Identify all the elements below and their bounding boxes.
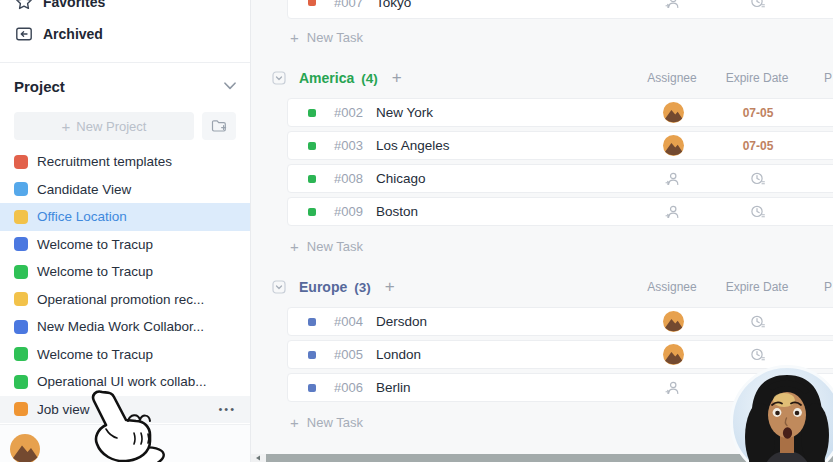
scroll-left-arrow-icon[interactable] — [255, 455, 261, 461]
collapse-slot[interactable] — [272, 280, 286, 294]
add-task-plus-icon[interactable] — [385, 277, 395, 297]
expire-date-cell[interactable] — [718, 165, 798, 192]
new-project-button[interactable]: New Project — [14, 112, 194, 140]
new-task-label: New Task — [307, 30, 363, 45]
assignee-cell[interactable] — [628, 132, 718, 159]
project-label: Welcome to Tracup — [37, 264, 153, 279]
group-name[interactable]: Europe — [299, 279, 347, 295]
task-title: Berlin — [376, 380, 411, 395]
project-section-label: Project — [14, 78, 65, 95]
new-folder-button[interactable] — [202, 112, 236, 140]
new-task-button[interactable]: New Task — [290, 29, 400, 45]
group-header: America (4) Assignee Expire Date P — [272, 68, 833, 88]
expire-date-value: 07-05 — [743, 106, 774, 120]
assignee-cell[interactable] — [628, 198, 718, 225]
sidebar-project-item[interactable]: Candidate View — [0, 176, 250, 204]
expire-date-clock-icon[interactable] — [750, 0, 766, 10]
column-header-expire-date: Expire Date — [717, 277, 797, 297]
project-label: Operational UI work collab... — [37, 374, 207, 389]
assignee-avatar[interactable] — [663, 344, 684, 365]
task-row[interactable]: #002 New York 07-05 — [287, 98, 833, 127]
assign-person-icon[interactable] — [665, 204, 681, 220]
column-header-assignee: Assignee — [627, 277, 717, 297]
sidebar-project-item[interactable]: Operational UI work collab... — [0, 368, 250, 396]
assignee-avatar[interactable] — [663, 311, 684, 332]
expire-date-cell[interactable]: 07-05 — [718, 99, 798, 126]
sidebar-item-archived[interactable]: Archived — [0, 20, 250, 48]
task-id: #005 — [334, 347, 376, 362]
archive-box-icon — [15, 25, 33, 43]
webcam-overlay — [728, 363, 833, 462]
sidebar-project-item[interactable]: Welcome to Tracup — [0, 258, 250, 286]
task-row[interactable]: #007 Tokyo — [287, 0, 833, 19]
sidebar-project-item[interactable]: New Media Work Collabor... — [0, 313, 250, 341]
task-status-bullet — [308, 384, 316, 392]
assignee-cell[interactable] — [628, 0, 718, 18]
priority-cell[interactable] — [798, 0, 833, 18]
task-row[interactable]: #003 Los Angeles 07-05 — [287, 131, 833, 160]
task-row[interactable]: #004 Dersdon — [287, 307, 833, 336]
assign-person-icon[interactable] — [665, 380, 681, 396]
project-color-dot — [14, 320, 28, 334]
column-header-assignee: Assignee — [627, 68, 717, 88]
group-name[interactable]: America — [299, 70, 354, 86]
project-color-dot — [14, 155, 28, 169]
assignee-cell[interactable] — [628, 165, 718, 192]
column-header-priority: P — [797, 68, 833, 88]
task-status-bullet — [308, 109, 316, 117]
assign-person-icon[interactable] — [665, 0, 681, 10]
assignee-cell[interactable] — [628, 374, 718, 401]
assignee-avatar[interactable] — [663, 135, 684, 156]
task-id: #008 — [334, 171, 376, 186]
sidebar-project-item[interactable]: Recruitment templates — [0, 148, 250, 176]
task-title: Dersdon — [376, 314, 427, 329]
sidebar-item-favorites[interactable]: Favorites — [0, 0, 250, 16]
sidebar-project-item[interactable]: Job view — [0, 396, 250, 424]
priority-cell[interactable] — [798, 132, 833, 159]
chevron-down-icon[interactable] — [224, 82, 236, 90]
task-row[interactable]: #008 Chicago — [287, 164, 833, 193]
assignee-avatar[interactable] — [663, 102, 684, 123]
priority-cell[interactable] — [798, 198, 833, 225]
task-status-bullet — [308, 142, 316, 150]
task-row[interactable]: #009 Boston — [287, 197, 833, 226]
collapse-slot[interactable] — [272, 71, 286, 85]
task-title: Chicago — [376, 171, 426, 186]
expire-date-clock-icon[interactable] — [750, 204, 766, 220]
task-title: London — [376, 347, 421, 362]
assignee-cell[interactable] — [628, 341, 718, 368]
expire-date-clock-icon[interactable] — [750, 314, 766, 330]
project-color-dot — [14, 182, 28, 196]
project-section-header[interactable]: Project — [14, 72, 236, 100]
expire-date-clock-icon[interactable] — [750, 347, 766, 363]
sidebar-project-item[interactable]: Welcome to Tracup — [0, 341, 250, 369]
priority-cell[interactable] — [798, 99, 833, 126]
priority-cell[interactable] — [798, 165, 833, 192]
assignee-cell[interactable] — [628, 99, 718, 126]
priority-cell[interactable] — [798, 308, 833, 335]
new-project-label: New Project — [76, 119, 146, 134]
add-task-plus-icon[interactable] — [392, 68, 402, 88]
sidebar-project-item[interactable]: Welcome to Tracup — [0, 231, 250, 259]
expire-date-cell[interactable] — [718, 308, 798, 335]
task-status-bullet — [308, 318, 316, 326]
assignee-cell[interactable] — [628, 308, 718, 335]
task-id: #007 — [334, 0, 376, 10]
collapse-group-icon[interactable] — [272, 280, 286, 294]
collapse-group-icon[interactable] — [272, 71, 286, 85]
project-label: New Media Work Collabor... — [37, 319, 204, 334]
partial-task-bullet — [308, 0, 316, 6]
expire-date-cell[interactable] — [718, 0, 798, 18]
sidebar-project-item[interactable]: Office Location — [0, 203, 250, 231]
more-options-icon[interactable] — [218, 403, 236, 415]
favorites-label: Favorites — [43, 0, 105, 10]
expire-date-cell[interactable]: 07-05 — [718, 132, 798, 159]
new-task-button[interactable]: New Task — [290, 414, 400, 430]
task-status-bullet — [308, 351, 316, 359]
expire-date-cell[interactable] — [718, 198, 798, 225]
user-avatar[interactable] — [10, 434, 40, 462]
new-task-button[interactable]: New Task — [290, 238, 400, 254]
expire-date-clock-icon[interactable] — [750, 171, 766, 187]
assign-person-icon[interactable] — [665, 171, 681, 187]
sidebar-project-item[interactable]: Operational promotion rec... — [0, 286, 250, 314]
